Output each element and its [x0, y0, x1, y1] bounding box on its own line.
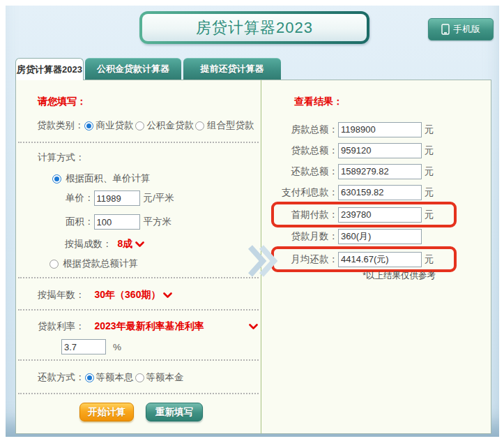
result-label: 贷款总额： [261, 144, 338, 157]
divider [18, 309, 259, 311]
result-row-monthly-payment: 月均还款： 元 [261, 251, 447, 268]
repayment-option-interest[interactable]: 等额本息 [96, 371, 134, 384]
tab-early-repayment-calculator[interactable]: 提前还贷计算器 [183, 58, 281, 80]
area-unit: 平方米 [144, 216, 172, 228]
chevron-down-icon[interactable] [249, 320, 258, 333]
results-column: 查看结果： 房款总额： 元 贷款总额： 元 还款总额： 元 支付利息款： 元 [261, 80, 492, 433]
rate-input[interactable] [61, 339, 106, 354]
result-label: 房款总额： [261, 124, 338, 136]
page-title: 房贷计算器2023 [196, 17, 313, 38]
phone-icon [441, 24, 450, 35]
chevron-down-icon[interactable] [163, 289, 172, 301]
loan-type-option-commercial[interactable]: 商业贷款 [96, 119, 134, 132]
area-input[interactable] [94, 214, 140, 230]
divider [18, 359, 259, 361]
tab-label: 提前还贷计算器 [201, 63, 264, 75]
disclaimer-note: *以上结果仅供参考 [261, 270, 436, 282]
repayment-option-principal[interactable]: 等额本金 [146, 371, 184, 384]
unit-price-label: 单价： [66, 192, 94, 204]
radio-calc-by-total[interactable] [49, 260, 59, 269]
divider [18, 393, 259, 394]
loan-type-option-combined[interactable]: 组合型贷款 [207, 119, 254, 132]
reset-button[interactable]: 重新填写 [146, 403, 203, 421]
repayment-total-input[interactable] [338, 164, 422, 179]
loan-type-option-fund[interactable]: 公积金贷款 [147, 119, 194, 132]
result-unit: 元 [425, 124, 434, 136]
rate-value[interactable]: 2023年最新利率基准利率 [95, 320, 204, 333]
mortgage-ratio-value[interactable]: 8成 [118, 238, 133, 251]
calc-by-area-label[interactable]: 根据面积、单价计算 [66, 172, 151, 185]
page-title-box: 房贷计算器2023 [139, 11, 369, 44]
mobile-version-button[interactable]: 手机版 [428, 18, 494, 40]
result-unit: 元 [425, 186, 434, 199]
result-unit: 元 [425, 144, 434, 157]
monthly-payment-input[interactable] [338, 252, 422, 267]
divider [18, 142, 259, 143]
result-row-loan-months: 贷款月数： [261, 227, 447, 245]
loan-type-label: 贷款类别： [37, 119, 84, 132]
mortgage-calculator-page: 房贷计算器2023 手机版 房贷计算器2023 公积金贷款计算器 提前还贷计算器… [0, 0, 504, 441]
main-panel: 请您填写： 贷款类别： 商业贷款 公积金贷款 组合型贷款 计算方式： 根据面积、… [15, 80, 491, 434]
result-label: 首期付款： [261, 209, 338, 221]
rate-unit: % [113, 342, 121, 352]
loan-months-input[interactable] [338, 229, 422, 244]
result-row-loan-total: 贷款总额： 元 [261, 142, 447, 159]
result-row-repayment-total: 还款总额： 元 [261, 163, 447, 180]
loan-total-input[interactable] [338, 143, 422, 158]
mobile-version-label: 手机版 [453, 23, 480, 36]
result-label: 贷款月数： [261, 230, 338, 243]
calc-method-label: 计算方式： [38, 151, 85, 164]
radio-commercial-loan[interactable] [84, 121, 93, 130]
years-value[interactable]: 30年（360期） [95, 289, 161, 301]
double-chevron-right-icon [248, 245, 279, 280]
radio-calc-by-area[interactable] [52, 174, 61, 184]
unit-price-input[interactable] [94, 190, 140, 206]
radio-equal-principal[interactable] [135, 373, 144, 382]
result-row-down-payment: 首期付款： 元 [261, 206, 447, 223]
radio-equal-installment[interactable] [85, 373, 94, 382]
result-unit: 元 [425, 253, 434, 266]
radio-combined-loan[interactable] [195, 121, 204, 130]
tab-label: 公积金贷款计算器 [97, 63, 169, 75]
tab-label: 房贷计算器2023 [17, 63, 82, 76]
result-label: 还款总额： [261, 165, 338, 178]
result-unit: 元 [425, 165, 434, 178]
result-row-interest-paid: 支付利息款： 元 [261, 184, 447, 201]
area-label: 面积： [66, 216, 94, 228]
calc-by-total-label[interactable]: 根据贷款总额计算 [63, 257, 138, 270]
page-title-inner: 房贷计算器2023 [142, 14, 367, 41]
repayment-label: 还款方式： [38, 371, 85, 384]
result-unit: 元 [425, 209, 434, 221]
chevron-down-icon[interactable] [135, 238, 144, 251]
divider [18, 277, 259, 278]
result-row-house-total: 房款总额： 元 [261, 121, 447, 138]
radio-provident-fund-loan[interactable] [135, 121, 144, 130]
tab-provident-fund-calculator[interactable]: 公积金贷款计算器 [85, 58, 181, 80]
calculate-button[interactable]: 开始计算 [79, 403, 134, 421]
result-label: 支付利息款： [261, 186, 338, 199]
unit-price-unit: 元/平米 [144, 192, 174, 204]
tab-bar: 房贷计算器2023 公积金贷款计算器 提前还贷计算器 [15, 58, 281, 80]
house-total-input[interactable] [338, 122, 422, 137]
years-label: 按揭年数： [38, 289, 85, 301]
mortgage-ratio-label: 按揭成数： [65, 238, 112, 251]
form-section-title: 请您填写： [38, 96, 86, 108]
down-payment-input[interactable] [338, 207, 422, 223]
interest-paid-input[interactable] [338, 185, 422, 200]
tab-mortgage-calculator[interactable]: 房贷计算器2023 [15, 58, 84, 80]
results-section-title: 查看结果： [294, 96, 343, 108]
rate-label: 贷款利率： [38, 320, 85, 333]
